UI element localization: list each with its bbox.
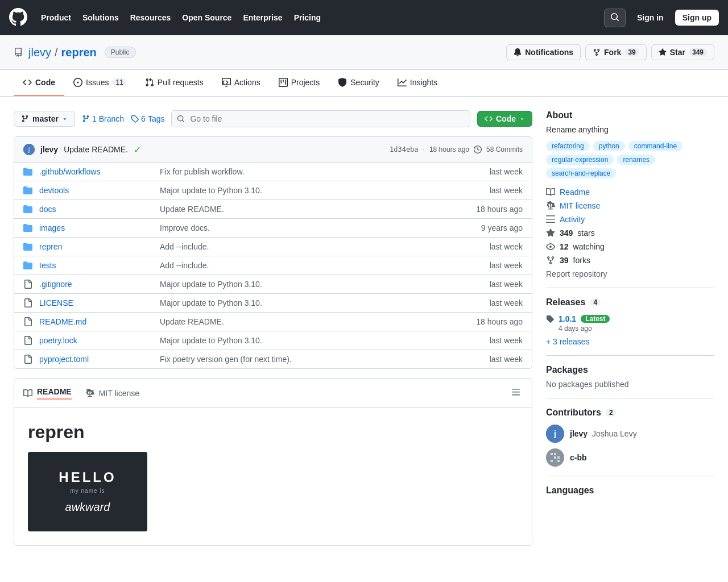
fork-icon — [593, 48, 601, 56]
watching-meta-item: 12 watching — [546, 242, 714, 251]
notifications-button[interactable]: Notifications — [506, 44, 581, 60]
commits-count-link[interactable]: 58 Commits — [486, 146, 523, 153]
hello-text: HELLO — [59, 469, 116, 485]
tag-count-label: Tags — [148, 114, 165, 123]
file-commit-msg: Fix poetry version gen (for next time). — [160, 355, 459, 364]
insights-tab-icon — [398, 78, 407, 87]
projects-tab-icon — [279, 78, 288, 87]
readme-tab-active[interactable]: README — [37, 387, 72, 400]
nav-product[interactable]: Product — [36, 10, 76, 26]
about-section: About Rename anything refactoring python… — [546, 110, 714, 278]
report-repository-link[interactable]: Report repository — [546, 269, 607, 278]
tab-projects[interactable]: Projects — [270, 70, 329, 96]
file-name[interactable]: poetry.lock — [39, 336, 153, 345]
issues-count-badge: 11 — [112, 78, 126, 86]
commit-check-icon: ✓ — [134, 144, 141, 155]
branch-count-num: 1 — [92, 114, 97, 123]
readme-meta-item: Readme — [546, 188, 714, 197]
release-date: 4 days ago — [546, 325, 714, 332]
nav-pricing[interactable]: Pricing — [289, 10, 325, 26]
mit-license-tab[interactable]: MIT license — [99, 389, 139, 398]
issues-tab-icon — [73, 78, 82, 87]
branch-count-link[interactable]: 1 Branch — [82, 114, 124, 123]
commit-message[interactable]: Update README. — [64, 145, 128, 154]
tab-pull-requests[interactable]: Pull requests — [136, 70, 213, 96]
repo-owner-link[interactable]: jlevy — [28, 46, 51, 59]
tab-issues[interactable]: Issues 11 — [64, 70, 136, 96]
tab-code[interactable]: Code — [14, 70, 64, 96]
topic-tag[interactable]: renames — [617, 155, 655, 165]
nav-enterprise[interactable]: Enterprise — [238, 10, 287, 26]
file-name[interactable]: tests — [39, 261, 153, 270]
nav-resources[interactable]: Resources — [126, 10, 176, 26]
repo-name-link[interactable]: repren — [61, 46, 97, 59]
tab-insights[interactable]: Insights — [388, 70, 446, 96]
star-count: 349 — [689, 48, 707, 56]
topic-tag[interactable]: python — [593, 141, 625, 151]
file-time: last week — [466, 280, 523, 289]
tab-security[interactable]: Security — [329, 70, 388, 96]
svg-rect-7 — [557, 453, 560, 455]
file-name[interactable]: devtools — [39, 186, 153, 195]
github-logo[interactable] — [9, 8, 27, 28]
file-row: images Improve docs. 9 years ago — [14, 219, 532, 238]
file-row: docs Update README. 18 hours ago — [14, 200, 532, 219]
commit-meta: 1d34eba · 18 hours ago 58 Commits — [390, 146, 523, 153]
file-name[interactable]: repren — [39, 242, 153, 251]
fork-sidebar-icon — [546, 256, 555, 265]
topic-tag[interactable]: command-line — [628, 141, 682, 151]
code-dropdown-button[interactable]: Code — [477, 111, 532, 127]
tag-count-link[interactable]: 6 Tags — [131, 114, 164, 123]
signin-link[interactable]: Sign in — [632, 10, 668, 26]
nav-open-source[interactable]: Open Source — [177, 10, 236, 26]
nav-solutions[interactable]: Solutions — [78, 10, 123, 26]
topic-tag[interactable]: regular-expression — [546, 155, 614, 165]
tab-actions[interactable]: Actions — [213, 70, 270, 96]
activity-icon — [546, 215, 555, 224]
file-time: 18 hours ago — [466, 317, 523, 326]
file-row: pyproject.toml Fix poetry version gen (f… — [14, 350, 532, 368]
release-version-link[interactable]: 1.0.1 — [559, 314, 576, 323]
readme-menu-button[interactable] — [509, 385, 523, 401]
star-label: Star — [670, 48, 685, 57]
file-name[interactable]: LICENSE — [39, 298, 153, 307]
topic-tag[interactable]: refactoring — [546, 141, 590, 151]
file-name[interactable]: pyproject.toml — [39, 355, 153, 364]
activity-sidebar-link[interactable]: Activity — [560, 215, 585, 224]
tab-projects-label: Projects — [291, 78, 320, 87]
branch-selector[interactable]: master — [14, 111, 75, 127]
signup-button[interactable]: Sign up — [675, 10, 719, 26]
star-button[interactable]: Star 349 — [651, 44, 714, 60]
sidebar-divider — [546, 398, 714, 398]
topic-tag[interactable]: search-and-replace — [546, 168, 616, 178]
search-button[interactable] — [604, 9, 626, 27]
file-search-input[interactable] — [171, 110, 470, 127]
fork-count: 39 — [624, 48, 639, 56]
tag-count-num: 6 — [141, 114, 146, 123]
branch-name: master — [32, 114, 59, 123]
tag-release-icon — [546, 315, 554, 323]
releases-title: Releases 4 — [546, 297, 714, 307]
fork-button[interactable]: Fork 39 — [585, 44, 647, 60]
file-name[interactable]: README.md — [39, 317, 153, 326]
file-time: last week — [466, 336, 523, 345]
file-controls: master 1 Branch 6 Tags — [14, 110, 532, 127]
file-name[interactable]: .github/workflows — [39, 167, 153, 176]
sidebar-divider — [546, 355, 714, 356]
commit-hash-link[interactable]: 1d34eba — [390, 146, 419, 153]
star-icon — [659, 48, 667, 56]
license-sidebar-link[interactable]: MIT license — [560, 201, 600, 210]
file-name[interactable]: images — [39, 223, 153, 232]
file-icon — [23, 336, 32, 345]
contributors-section: Contributors 2 j jlevy Joshua Levy c-bb — [546, 408, 714, 467]
file-name[interactable]: docs — [39, 205, 153, 214]
contributor-username-link[interactable]: c-bb — [570, 453, 587, 462]
repo-content: master 1 Branch 6 Tags — [14, 110, 532, 546]
license-icon — [85, 389, 94, 398]
releases-section: Releases 4 1.0.1 Latest 4 days ago + 3 r… — [546, 297, 714, 346]
more-releases-link[interactable]: + 3 releases — [546, 337, 590, 346]
readme-sidebar-link[interactable]: Readme — [560, 188, 590, 197]
stars-count: 349 — [560, 228, 573, 238]
file-name[interactable]: .gitignore — [39, 280, 153, 289]
contributor-username-link[interactable]: jlevy — [570, 429, 588, 438]
